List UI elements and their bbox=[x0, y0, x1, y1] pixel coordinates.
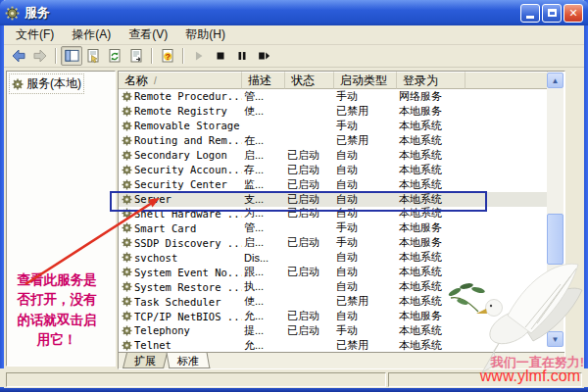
service-status: 已启动 bbox=[285, 148, 334, 163]
service-startup-type: 已禁用 bbox=[334, 294, 397, 309]
service-name: svchost bbox=[134, 252, 177, 264]
service-row[interactable]: Telnet 允... 已禁用 本地系统 bbox=[119, 338, 548, 352]
scrollbar-thumb[interactable] bbox=[547, 214, 564, 265]
maximize-button[interactable] bbox=[542, 4, 562, 23]
service-description: 管... bbox=[242, 220, 285, 235]
tab-extended[interactable]: 扩展 bbox=[122, 353, 168, 368]
service-logon-as: 本地系统 bbox=[397, 294, 466, 309]
minimize-button[interactable] bbox=[520, 4, 540, 23]
service-gear-icon bbox=[122, 296, 132, 307]
help-icon: ? bbox=[160, 48, 175, 64]
service-row[interactable]: Telephony 提... 已启动 手动 本地系统 bbox=[119, 323, 548, 338]
export-list-button[interactable] bbox=[125, 46, 147, 66]
service-row[interactable]: Remote Registry 使... 已禁用 本地服务 bbox=[119, 104, 548, 119]
vertical-scrollbar[interactable]: ▲ ▼ bbox=[547, 73, 564, 347]
service-logon-as: 本地系统 bbox=[397, 133, 466, 148]
service-name: Routing and Rem... bbox=[134, 134, 242, 146]
service-logon-as: 本地系统 bbox=[397, 119, 466, 133]
service-startup-type: 自动 bbox=[334, 309, 397, 323]
start-service-button[interactable] bbox=[188, 46, 210, 66]
service-row[interactable]: Security Accoun... 存... 已启动 自动 本地系统 bbox=[119, 163, 548, 177]
service-row[interactable]: Remote Procedur... 管... 手动 网络服务 bbox=[119, 89, 548, 104]
service-gear-icon bbox=[122, 150, 132, 161]
console-tree-icon bbox=[65, 49, 79, 63]
properties-button[interactable] bbox=[82, 46, 104, 66]
column-header-startup-type[interactable]: 启动类型 bbox=[334, 72, 397, 89]
window-gear-icon bbox=[5, 6, 20, 21]
forward-button[interactable] bbox=[29, 46, 51, 66]
service-gear-icon bbox=[122, 222, 132, 233]
menu-file[interactable]: 文件(F) bbox=[8, 24, 62, 45]
back-button[interactable] bbox=[8, 46, 29, 66]
stop-service-button[interactable] bbox=[210, 46, 231, 66]
service-gear-icon bbox=[122, 106, 132, 117]
service-description: 管... bbox=[242, 89, 285, 104]
service-status: 已启动 bbox=[285, 323, 334, 338]
service-name: SSDP Discovery ... bbox=[134, 237, 242, 249]
svg-text:?: ? bbox=[165, 52, 171, 62]
service-description: 跟... bbox=[242, 265, 285, 279]
service-row[interactable]: TCP/IP NetBIOS ... 允... 已启动 自动 本地服务 bbox=[119, 309, 548, 323]
service-row[interactable]: System Restore ... 执... 自动 本地系统 bbox=[119, 279, 548, 294]
service-row[interactable]: Security Center 监... 已启动 自动 本地系统 bbox=[119, 177, 548, 192]
scroll-down-button[interactable]: ▼ bbox=[547, 331, 564, 347]
pause-service-button[interactable] bbox=[231, 46, 253, 66]
service-logon-as: 本地系统 bbox=[397, 279, 466, 294]
service-description: 监... bbox=[242, 177, 285, 192]
service-row[interactable]: svchost Dis... 自动 本地系统 bbox=[119, 250, 548, 265]
column-header-logon-as[interactable]: 登录为 bbox=[397, 72, 466, 89]
column-header-filler bbox=[466, 72, 548, 89]
service-name: Remote Procedur... bbox=[134, 90, 242, 102]
service-name: Smart Card bbox=[134, 222, 196, 234]
service-startup-type: 手动 bbox=[334, 89, 397, 104]
service-logon-as: 本地服务 bbox=[397, 235, 466, 250]
service-name: System Event No... bbox=[134, 267, 242, 278]
service-description: 启... bbox=[242, 235, 285, 250]
service-row[interactable]: Smart Card 管... 手动 本地服务 bbox=[119, 220, 548, 235]
service-row[interactable]: Secondary Logon 启... 已启动 自动 本地系统 bbox=[119, 148, 548, 163]
services-gear-icon bbox=[12, 78, 24, 90]
service-logon-as: 本地服务 bbox=[397, 104, 466, 119]
service-gear-icon bbox=[122, 121, 132, 131]
service-description: Dis... bbox=[242, 252, 285, 264]
services-window: 服务 ✕ 文件(F) 操作(A) 查看(V) 帮助(H) ? 服务(本地) bbox=[0, 0, 588, 392]
scroll-up-button[interactable]: ▲ bbox=[547, 73, 564, 88]
back-arrow-icon bbox=[11, 48, 26, 64]
service-status: 已启动 bbox=[285, 235, 334, 250]
close-button[interactable]: ✕ bbox=[564, 4, 583, 23]
restart-service-button[interactable] bbox=[253, 46, 274, 66]
service-name: Secondary Logon bbox=[134, 149, 227, 161]
column-header-status[interactable]: 状态 bbox=[285, 72, 334, 89]
menu-action[interactable]: 操作(A) bbox=[64, 24, 119, 45]
service-gear-icon bbox=[122, 281, 132, 292]
menu-view[interactable]: 查看(V) bbox=[121, 24, 175, 45]
service-row[interactable]: Removable Storage 手动 本地系统 bbox=[119, 119, 548, 133]
show-hide-console-tree-button[interactable] bbox=[61, 46, 82, 66]
service-logon-as: 本地系统 bbox=[397, 163, 466, 177]
help-button[interactable]: ? bbox=[157, 46, 178, 66]
service-name: System Restore ... bbox=[134, 281, 242, 293]
service-row[interactable]: Task Scheduler 使... 已禁用 本地系统 bbox=[119, 294, 548, 309]
services-rows: Remote Procedur... 管... 手动 网络服务 Remote R… bbox=[119, 89, 548, 352]
sidebar-item-services-local[interactable]: 服务(本地) bbox=[9, 74, 84, 94]
service-description: 使... bbox=[242, 104, 285, 119]
column-header-description[interactable]: 描述 bbox=[242, 72, 285, 89]
titlebar[interactable]: 服务 ✕ bbox=[0, 0, 588, 25]
service-row[interactable]: Routing and Rem... 在... 已禁用 本地系统 bbox=[119, 133, 548, 148]
service-row[interactable]: System Event No... 跟... 已启动 自动 本地系统 bbox=[119, 265, 548, 279]
stop-icon bbox=[214, 49, 227, 63]
annotation-note: 查看此服务是 否打开，没有 的话就双击启 用它！ bbox=[1, 270, 113, 350]
service-gear-icon bbox=[122, 237, 132, 248]
service-gear-icon bbox=[122, 135, 132, 146]
tab-standard[interactable]: 标准 bbox=[167, 353, 211, 368]
restart-icon bbox=[257, 49, 270, 63]
service-name: Telephony bbox=[134, 324, 190, 336]
service-logon-as: 本地系统 bbox=[397, 250, 466, 265]
pause-icon bbox=[235, 49, 249, 63]
service-startup-type: 已禁用 bbox=[334, 133, 397, 148]
service-row[interactable]: SSDP Discovery ... 启... 已启动 手动 本地服务 bbox=[119, 235, 548, 250]
menu-help[interactable]: 帮助(H) bbox=[177, 24, 233, 45]
play-icon bbox=[192, 49, 206, 63]
refresh-button[interactable] bbox=[104, 46, 125, 66]
column-header-name[interactable]: 名称 / bbox=[119, 72, 242, 89]
